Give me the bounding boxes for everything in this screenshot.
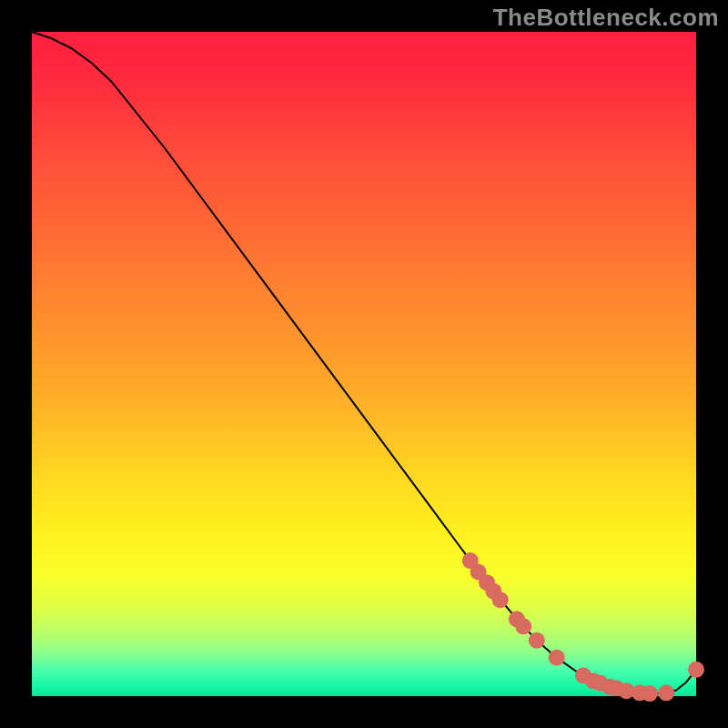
data-marker — [688, 662, 704, 678]
data-marker — [515, 618, 531, 634]
chart-frame: TheBottleneck.com — [0, 0, 728, 728]
data-marker — [642, 685, 658, 702]
data-marker — [658, 684, 674, 701]
plot-background — [32, 32, 696, 696]
data-marker — [529, 632, 545, 649]
data-marker — [549, 650, 565, 666]
bottleneck-curve-chart — [0, 0, 728, 728]
data-marker — [492, 592, 509, 608]
